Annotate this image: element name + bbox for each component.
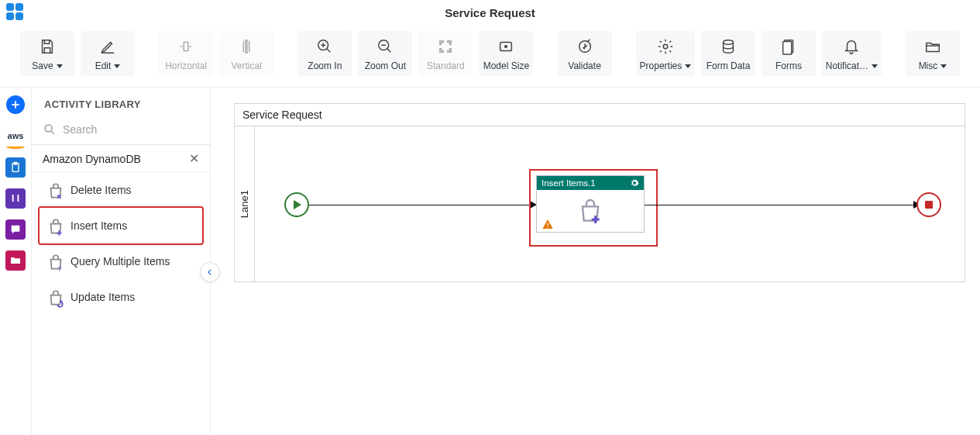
svg-point-7 <box>724 40 734 45</box>
flow-connector <box>645 205 917 205</box>
model-size-icon <box>497 37 514 56</box>
folder-icon <box>924 37 941 56</box>
bell-icon <box>843 37 860 56</box>
aws-icon[interactable]: aws <box>5 125 26 147</box>
page-title: Service Request <box>445 6 535 19</box>
svg-point-6 <box>663 44 668 49</box>
forms-label: Forms <box>775 60 802 71</box>
edit-label: Edit <box>95 60 112 71</box>
standard-icon <box>437 37 454 56</box>
bag-insert-icon <box>46 217 63 234</box>
svg-rect-15 <box>547 226 548 227</box>
library-item-delete[interactable]: Delete Items <box>40 172 202 208</box>
left-rail: aws I I <box>0 88 31 435</box>
start-node[interactable] <box>284 192 309 217</box>
toolbar: Save Edit Horizontal Vertical Zoom In Zo… <box>0 25 980 88</box>
standard-button: Standard <box>418 31 473 76</box>
chevron-down-icon <box>685 64 691 68</box>
chevron-down-icon <box>940 64 947 68</box>
end-node[interactable] <box>916 192 941 217</box>
validate-label: Validate <box>568 60 600 71</box>
save-icon <box>39 37 56 56</box>
bag-insert-icon <box>575 196 606 227</box>
process-canvas[interactable]: Service Request Lane1 Insert Items.1 <box>234 103 965 282</box>
properties-label: Properties <box>640 60 683 71</box>
vertical-button: Vertical <box>219 31 273 76</box>
vertical-icon <box>238 37 255 56</box>
ii-icon[interactable]: I I <box>5 188 26 209</box>
chevron-down-icon <box>872 64 878 68</box>
flow-connector <box>309 205 534 205</box>
library-item-insert[interactable]: Insert Items <box>40 208 202 243</box>
properties-button[interactable]: Properties <box>636 31 695 76</box>
horizontal-label: Horizontal <box>165 60 207 71</box>
model-size-label: Model Size <box>483 60 529 71</box>
library-item-label: Delete Items <box>70 184 132 196</box>
edit-button[interactable]: Edit <box>81 31 135 76</box>
horizontal-icon <box>177 37 194 56</box>
bag-delete-icon <box>46 181 63 199</box>
library-items: Delete Items Insert Items ? Query Multip… <box>32 172 210 315</box>
save-label: Save <box>32 60 53 71</box>
svg-text:?: ? <box>57 264 62 273</box>
save-button[interactable]: Save <box>20 31 74 76</box>
bag-update-icon <box>46 288 63 306</box>
svg-rect-14 <box>547 223 548 226</box>
library-item-label: Query Multiple Items <box>70 255 170 268</box>
chat-icon[interactable] <box>5 219 26 240</box>
folder-rail-icon[interactable] <box>5 250 26 271</box>
chevron-down-icon <box>57 64 63 68</box>
lane-body[interactable]: Insert Items.1 <box>255 126 965 281</box>
zoom-in-button[interactable]: Zoom In <box>297 31 352 76</box>
activity-insert-items[interactable]: Insert Items.1 <box>536 175 645 233</box>
edit-icon <box>99 37 116 56</box>
library-item-query[interactable]: ? Query Multiple Items <box>40 243 202 279</box>
library-item-label: Insert Items <box>70 219 127 232</box>
activity-title: Insert Items.1 <box>542 178 596 188</box>
notification-button[interactable]: Notificat… <box>822 31 882 76</box>
svg-rect-11 <box>14 162 17 164</box>
lane-label: Lane1 <box>235 126 255 281</box>
zoom-in-label: Zoom In <box>308 60 342 71</box>
validate-icon <box>576 37 593 56</box>
svg-rect-9 <box>783 42 792 55</box>
library-title: ACTIVITY LIBRARY <box>32 88 210 118</box>
svg-point-4 <box>505 46 507 48</box>
form-data-button[interactable]: Form Data <box>701 31 755 76</box>
svg-rect-0 <box>184 43 188 51</box>
validate-button[interactable]: Validate <box>558 31 612 76</box>
bag-query-icon: ? <box>46 253 63 270</box>
model-size-button[interactable]: Model Size <box>479 31 533 76</box>
clipboard-icon[interactable] <box>5 157 26 178</box>
notification-label: Notificat… <box>826 60 868 71</box>
svg-point-12 <box>45 125 52 132</box>
app-launcher-icon[interactable] <box>6 3 25 22</box>
forms-icon <box>780 37 797 56</box>
form-data-label: Form Data <box>707 60 751 71</box>
search-icon <box>43 123 57 136</box>
collapse-panel-button[interactable] <box>200 262 220 282</box>
properties-icon <box>657 37 674 56</box>
misc-button[interactable]: Misc <box>906 31 960 76</box>
zoom-out-button[interactable]: Zoom Out <box>358 31 412 76</box>
horizontal-button: Horizontal <box>159 31 213 76</box>
activity-library-panel: ACTIVITY LIBRARY Amazon DynamoDB ✕ Delet… <box>31 88 211 435</box>
gear-icon[interactable] <box>630 178 639 188</box>
add-button[interactable] <box>6 95 25 114</box>
standard-label: Standard <box>427 60 465 71</box>
canvas-title: Service Request <box>235 104 965 126</box>
zoom-in-icon <box>316 37 333 56</box>
library-item-update[interactable]: Update Items <box>40 279 202 315</box>
library-item-label: Update Items <box>70 291 135 303</box>
close-icon[interactable]: ✕ <box>189 153 199 165</box>
warning-icon <box>542 218 554 230</box>
forms-button[interactable]: Forms <box>762 31 816 76</box>
search-input[interactable] <box>63 123 199 136</box>
chevron-down-icon <box>114 64 120 68</box>
zoom-out-label: Zoom Out <box>365 60 406 71</box>
library-category: Amazon DynamoDB <box>43 153 141 165</box>
vertical-label: Vertical <box>231 60 261 71</box>
misc-label: Misc <box>919 60 938 71</box>
zoom-out-icon <box>377 37 394 56</box>
form-data-icon <box>720 37 737 56</box>
